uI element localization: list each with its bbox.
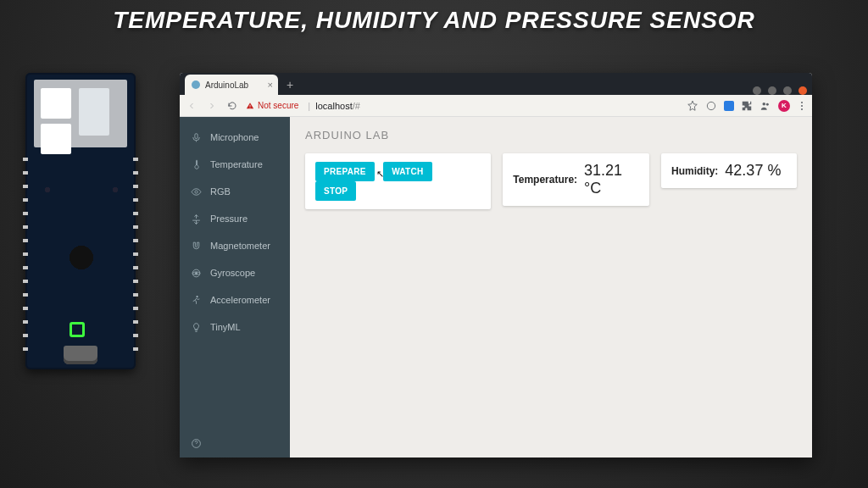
stop-button[interactable]: STOP <box>315 181 356 201</box>
humidity-card: Humidity: 42.37 % <box>661 153 797 188</box>
sidebar-item-label: Pressure <box>210 214 248 224</box>
app-root: Microphone Temperature RGB Pressure Magn… <box>180 117 812 458</box>
sidebar-item-label: TinyML <box>210 322 241 332</box>
sidebar-item-tinyml[interactable]: TinyML <box>180 313 290 341</box>
security-indicator[interactable]: Not secure <box>246 101 298 110</box>
sidebar-item-label: RGB <box>210 186 231 197</box>
temperature-card: Temperature: 31.21 °C <box>503 153 649 206</box>
mic-icon <box>190 131 202 143</box>
sidebar-item-label: Temperature <box>210 159 263 169</box>
sidebar: Microphone Temperature RGB Pressure Magn… <box>180 117 290 458</box>
window-minimize-icon[interactable] <box>768 86 776 95</box>
sidebar-item-label: Magnetometer <box>210 241 270 251</box>
browser-window: ArduinoLab × + Not secure | localhost/# <box>180 73 812 458</box>
browser-menu-button[interactable] <box>797 102 807 110</box>
svg-rect-1 <box>250 107 251 108</box>
browser-tabstrip: ArduinoLab × + <box>180 73 812 95</box>
temperature-label: Temperature: <box>513 174 577 186</box>
tab-favicon <box>192 80 200 89</box>
board-pins-left <box>23 158 28 352</box>
sidebar-item-temperature[interactable]: Temperature <box>180 151 290 178</box>
url-path: /# <box>353 101 360 111</box>
security-label: Not secure <box>258 101 298 110</box>
sidebar-item-magnetometer[interactable]: Magnetometer <box>180 232 290 259</box>
svg-rect-0 <box>250 104 251 106</box>
extension-icon-2[interactable] <box>724 101 734 111</box>
thermometer-icon <box>190 158 202 170</box>
sidebar-item-label: Microphone <box>210 132 259 142</box>
sidebar-item-gyroscope[interactable]: Gyroscope <box>180 259 290 286</box>
url-display[interactable]: | localhost/# <box>305 101 360 111</box>
sidebar-help[interactable] <box>180 429 290 458</box>
sensor-highlight-box <box>70 322 85 337</box>
card-row: PREPARE WATCH STOP ↖ Temperature: 31.21 … <box>305 153 797 209</box>
board-pins-right <box>133 158 138 352</box>
extension-icon-1[interactable] <box>705 100 717 112</box>
window-close-icon[interactable] <box>798 86 807 95</box>
browser-address-bar: Not secure | localhost/# K <box>180 95 812 117</box>
humidity-label: Humidity: <box>671 165 718 177</box>
browser-tab[interactable]: ArduinoLab × <box>185 75 278 95</box>
sidebar-item-microphone[interactable]: Microphone <box>180 124 290 151</box>
watch-button[interactable]: WATCH <box>383 162 431 181</box>
run-icon <box>190 294 202 306</box>
bulb-icon <box>190 321 202 333</box>
svg-rect-5 <box>194 133 197 138</box>
arrow-left-icon <box>186 101 197 111</box>
app-title: ARDUINO LAB <box>305 129 797 141</box>
sidebar-item-label: Gyroscope <box>210 268 255 278</box>
arduino-board-photo <box>25 73 136 369</box>
prepare-button[interactable]: PREPARE <box>315 162 375 181</box>
help-icon <box>190 437 202 449</box>
slide-title: TEMPERATURE, HUMIDITY AND PRESSURE SENSO… <box>0 7 868 34</box>
sidebar-item-rgb[interactable]: RGB <box>180 178 290 205</box>
bookmark-star-icon[interactable] <box>687 100 698 112</box>
main-content: ARDUINO LAB PREPARE WATCH STOP ↖ Tempera… <box>290 117 812 458</box>
tab-title: ArduinoLab <box>205 80 248 90</box>
svg-point-4 <box>766 103 769 105</box>
arrow-right-icon <box>207 101 217 111</box>
sidebar-item-pressure[interactable]: Pressure <box>180 205 290 232</box>
actions-card: PREPARE WATCH STOP ↖ <box>305 153 491 209</box>
tab-close-icon[interactable]: × <box>268 80 273 90</box>
board-components <box>39 173 124 342</box>
pressure-icon <box>190 213 202 225</box>
sidebar-item-label: Accelerometer <box>210 295 270 305</box>
temperature-value: 31.21 °C <box>584 162 639 197</box>
magnet-icon <box>190 240 202 252</box>
window-controls <box>753 86 812 95</box>
svg-point-2 <box>707 102 715 109</box>
svg-point-6 <box>194 190 197 192</box>
svg-point-10 <box>196 296 198 297</box>
eye-icon <box>190 186 202 197</box>
nav-forward-button[interactable] <box>205 99 219 113</box>
sidebar-item-accelerometer[interactable]: Accelerometer <box>180 286 290 313</box>
profile-avatar[interactable]: K <box>778 100 790 112</box>
nav-reload-button[interactable] <box>225 99 239 113</box>
nav-back-button[interactable] <box>185 99 198 113</box>
warning-icon <box>246 102 254 110</box>
window-maximize-icon[interactable] <box>783 86 792 95</box>
humidity-value: 42.37 % <box>725 162 781 180</box>
extensions-puzzle-icon[interactable] <box>741 100 753 112</box>
svg-point-9 <box>195 272 197 274</box>
new-tab-button[interactable]: + <box>281 76 298 93</box>
svg-point-3 <box>763 102 766 105</box>
reload-icon <box>227 101 237 111</box>
board-usb <box>64 346 97 364</box>
window-update-icon[interactable] <box>753 86 761 95</box>
gyroscope-icon <box>190 267 202 279</box>
people-icon[interactable] <box>760 100 771 112</box>
url-host: localhost <box>315 101 352 111</box>
